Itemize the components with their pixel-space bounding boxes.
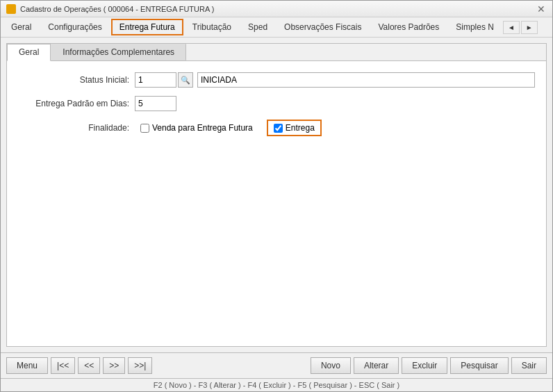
entrega-checkbox[interactable] [274,124,283,133]
menu-button[interactable]: Menu [6,357,48,374]
tab-configuracoes[interactable]: Configurações [40,19,109,35]
app-icon [6,4,16,14]
title-bar: Cadastro de Operações ( 000064 - ENTREGA… [1,1,552,17]
inner-tab-geral[interactable]: Geral [7,44,51,61]
tab-tributacao[interactable]: Tributação [185,19,239,35]
status-inicial-label: Status Inicial: [18,75,129,85]
entrega-padrao-row: Entrega Padrão em Dias: [18,96,535,111]
status-inicial-row: Status Inicial: 🔍 [18,72,535,88]
menu-bar: Geral Configurações Entrega Futura Tribu… [1,17,552,38]
status-inicial-input[interactable] [135,72,176,88]
tab-valores-padroes[interactable]: Valores Padrões [370,19,447,35]
venda-checkbox-label: Venda para Entrega Futura [152,123,253,133]
pesquisar-button[interactable]: Pesquisar [450,357,508,374]
inner-panel: Geral Informações Complementares Status … [6,43,547,347]
finalidade-row: Finalidade: Venda para Entrega Futura En… [18,120,535,136]
close-button[interactable]: ✕ [536,3,547,15]
tab-geral[interactable]: Geral [3,19,39,35]
inner-tabs: Geral Informações Complementares [7,44,546,61]
entrega-checkbox-box: Entrega [267,120,322,136]
novo-button[interactable]: Novo [311,357,351,374]
venda-checkbox-group: Venda para Entrega Futura [140,123,253,133]
alterar-button[interactable]: Alterar [354,357,399,374]
inner-tab-informacoes-complementares[interactable]: Informações Complementares [51,44,186,60]
main-window: Cadastro de Operações ( 000064 - ENTREGA… [0,0,553,392]
next-button[interactable]: >> [103,357,125,374]
tab-simples-n[interactable]: Simples N [448,19,502,35]
title-bar-left: Cadastro de Operações ( 000064 - ENTREGA… [6,4,214,14]
tab-observacoes-fiscais[interactable]: Observações Fiscais [276,19,369,35]
prev-button[interactable]: << [78,357,100,374]
venda-checkbox[interactable] [140,124,149,133]
tab-sped[interactable]: Sped [240,19,275,35]
bottom-bar: Menu |<< << >> >>| Novo Alterar Excluir … [1,352,552,378]
entrega-padrao-label: Entrega Padrão em Dias: [18,99,129,108]
status-bar: F2 ( Novo ) - F3 ( Alterar ) - F4 ( Excl… [1,378,552,391]
last-button[interactable]: >>| [128,357,152,374]
form-area: Status Inicial: 🔍 Entrega Padrão em Dias… [7,61,546,346]
finalidade-label: Finalidade: [18,123,129,133]
entrega-padrao-input[interactable] [135,96,176,111]
tab-scroll-right[interactable]: ► [521,21,538,34]
window-title: Cadastro de Operações ( 000064 - ENTREGA… [20,5,214,13]
sair-button[interactable]: Sair [511,357,547,374]
excluir-button[interactable]: Excluir [402,357,447,374]
status-text-input[interactable] [197,72,535,88]
first-button[interactable]: |<< [51,357,75,374]
search-button[interactable]: 🔍 [178,72,193,88]
status-bar-text: F2 ( Novo ) - F3 ( Alterar ) - F4 ( Excl… [154,381,400,389]
entrega-checkbox-label: Entrega [286,123,315,133]
content-area: Geral Informações Complementares Status … [1,38,552,352]
tab-scroll-left[interactable]: ◄ [503,21,520,34]
tab-entrega-futura[interactable]: Entrega Futura [111,19,183,35]
